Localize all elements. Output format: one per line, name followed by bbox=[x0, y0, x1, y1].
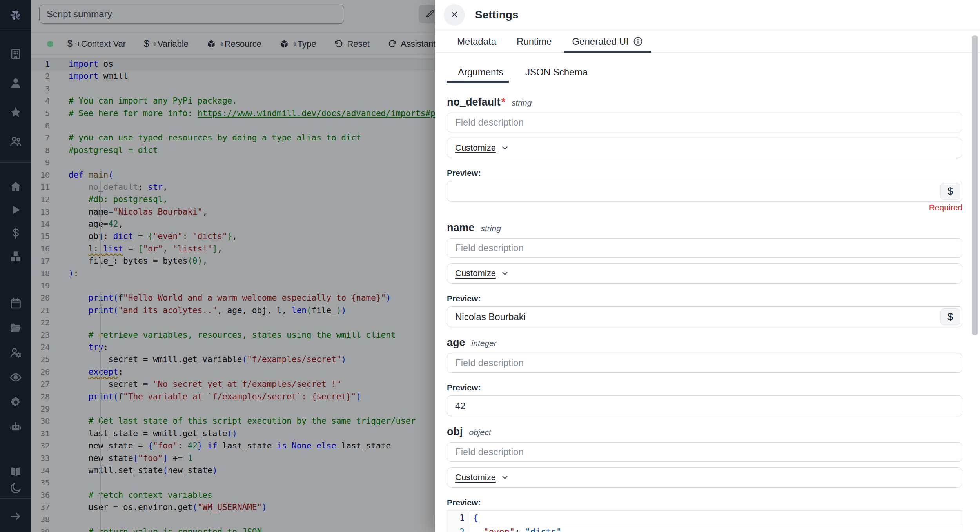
preview-input-wrap bbox=[447, 395, 962, 416]
field-obj: objobject Customize Preview: 1{ 2 "even"… bbox=[447, 426, 962, 532]
close-drawer-button[interactable] bbox=[444, 4, 465, 26]
field-description-input[interactable] bbox=[447, 113, 962, 132]
field-name: namestring Customize Preview: $ bbox=[447, 222, 962, 327]
chevron-down-icon bbox=[501, 269, 509, 278]
chevron-down-icon bbox=[501, 144, 509, 152]
field-description-input[interactable] bbox=[447, 442, 962, 462]
json-editor-line: 2 "even": "dicts" bbox=[447, 525, 962, 532]
info-icon bbox=[633, 36, 643, 47]
customize-toggle[interactable]: Customize bbox=[455, 268, 509, 279]
preview-label: Preview: bbox=[447, 168, 962, 179]
field-no_default: no_default*string Customize Preview: $Re… bbox=[447, 96, 962, 212]
panel-scrollbar-thumb[interactable] bbox=[972, 35, 978, 335]
preview-input[interactable] bbox=[447, 395, 962, 416]
insert-variable-button[interactable]: $ bbox=[940, 308, 960, 325]
preview-input-wrap: $ bbox=[447, 306, 962, 327]
preview-label: Preview: bbox=[447, 383, 962, 393]
settings-drawer: Settings MetadataRuntimeGenerated UI Arg… bbox=[435, 0, 980, 532]
customize-box: Customize bbox=[447, 138, 962, 158]
customize-box: Customize bbox=[447, 263, 962, 284]
argument-fields: no_default*string Customize Preview: $Re… bbox=[447, 96, 962, 532]
drawer-title: Settings bbox=[475, 9, 518, 21]
preview-input[interactable] bbox=[447, 181, 962, 202]
json-editor-line: 1{ bbox=[447, 511, 962, 525]
field-type: object bbox=[469, 428, 491, 437]
preview-label: Preview: bbox=[447, 498, 962, 508]
drawer-backdrop[interactable] bbox=[0, 0, 435, 532]
preview-input[interactable] bbox=[447, 306, 962, 327]
required-hint: Required bbox=[447, 203, 962, 212]
subtab-json-schema[interactable]: JSON Schema bbox=[514, 61, 599, 83]
insert-variable-button[interactable]: $ bbox=[940, 183, 960, 200]
preview-label: Preview: bbox=[447, 294, 962, 304]
windmill-script-editor: $+Context Var$+Variable+Resource+TypeRes… bbox=[0, 0, 980, 532]
tab-runtime[interactable]: Runtime bbox=[506, 31, 562, 52]
field-type: string bbox=[481, 224, 501, 233]
customize-toggle[interactable]: Customize bbox=[455, 143, 509, 153]
preview-input-wrap: $ bbox=[447, 181, 962, 202]
field-age: ageinteger Preview: bbox=[447, 337, 962, 416]
settings-content: ArgumentsJSON Schema no_default*string C… bbox=[435, 53, 980, 532]
close-icon bbox=[450, 10, 459, 20]
required-asterisk: * bbox=[501, 96, 506, 108]
field-type: integer bbox=[472, 339, 497, 348]
field-type: string bbox=[512, 98, 532, 107]
field-description-input[interactable] bbox=[447, 238, 962, 258]
chevron-down-icon bbox=[501, 473, 509, 482]
field-description-input[interactable] bbox=[447, 353, 962, 373]
tab-generated-ui[interactable]: Generated UI bbox=[562, 31, 653, 52]
tab-metadata[interactable]: Metadata bbox=[447, 31, 506, 52]
field-name: no_default bbox=[447, 96, 501, 108]
drawer-header: Settings bbox=[435, 0, 980, 30]
generated-ui-subtabs: ArgumentsJSON Schema bbox=[447, 61, 962, 83]
customize-toggle[interactable]: Customize bbox=[455, 472, 509, 483]
field-name: obj bbox=[447, 426, 463, 438]
json-preview-editor[interactable]: 1{ 2 "even": "dicts" bbox=[447, 510, 962, 532]
field-name: age bbox=[447, 337, 465, 349]
field-name: name bbox=[447, 222, 475, 234]
subtab-arguments[interactable]: Arguments bbox=[447, 61, 514, 83]
customize-box: Customize bbox=[447, 467, 962, 488]
settings-tabs: MetadataRuntimeGenerated UI bbox=[435, 31, 980, 53]
